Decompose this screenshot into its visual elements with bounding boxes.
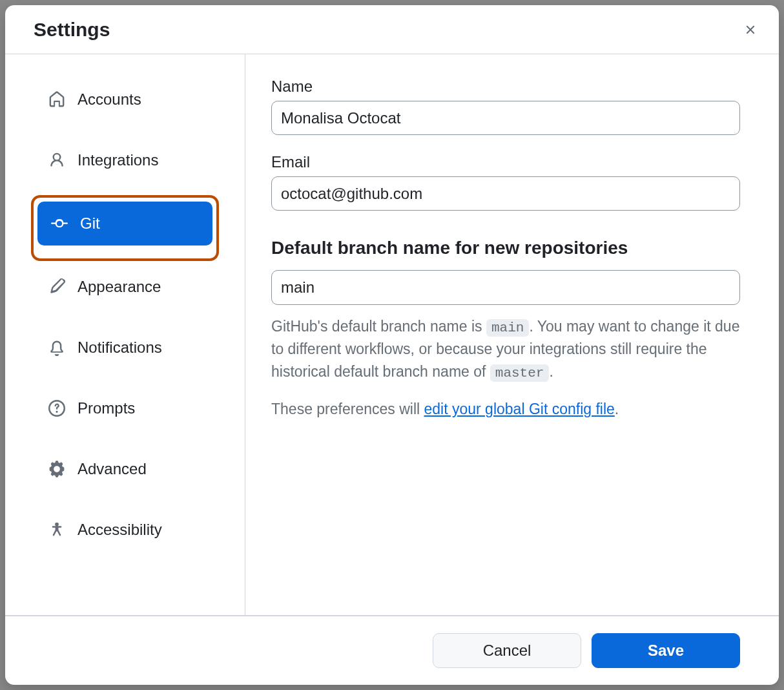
sidebar-item-label: Integrations bbox=[77, 151, 158, 169]
sidebar-item-integrations[interactable]: Integrations bbox=[35, 138, 215, 182]
sidebar: AccountsIntegrationsGitAppearanceNotific… bbox=[5, 54, 245, 615]
code-master: master bbox=[490, 364, 550, 382]
git-config-help: These preferences will edit your global … bbox=[271, 398, 740, 421]
cancel-button[interactable]: Cancel bbox=[433, 633, 581, 668]
edit-git-config-link[interactable]: edit your global Git config file bbox=[424, 401, 615, 417]
close-icon bbox=[743, 23, 758, 37]
bell-icon bbox=[48, 339, 66, 357]
sidebar-item-accounts[interactable]: Accounts bbox=[35, 78, 215, 121]
settings-dialog: Settings AccountsIntegrationsGitAppearan… bbox=[5, 5, 779, 685]
sidebar-item-label: Git bbox=[80, 214, 100, 233]
sidebar-item-accessibility[interactable]: Accessibility bbox=[35, 508, 215, 552]
person-icon bbox=[48, 151, 66, 169]
email-label: Email bbox=[271, 153, 740, 171]
question-icon bbox=[48, 399, 66, 417]
default-branch-input[interactable] bbox=[271, 270, 740, 304]
email-input[interactable] bbox=[271, 176, 740, 211]
home-icon bbox=[48, 90, 66, 109]
dialog-header: Settings bbox=[5, 5, 779, 54]
sidebar-item-label: Prompts bbox=[77, 399, 135, 417]
save-button[interactable]: Save bbox=[592, 633, 740, 668]
git-commit-icon bbox=[50, 214, 68, 233]
sidebar-item-advanced[interactable]: Advanced bbox=[35, 447, 215, 491]
dialog-title: Settings bbox=[34, 19, 110, 41]
sidebar-item-label: Accounts bbox=[77, 90, 141, 109]
sidebar-item-git[interactable]: Git bbox=[37, 202, 212, 246]
sidebar-item-appearance[interactable]: Appearance bbox=[35, 265, 215, 309]
paintbrush-icon bbox=[48, 278, 66, 296]
name-input[interactable] bbox=[271, 101, 740, 135]
name-label: Name bbox=[271, 78, 740, 96]
dialog-footer: Cancel Save bbox=[5, 615, 779, 685]
default-branch-help: GitHub's default branch name is main. Yo… bbox=[271, 315, 740, 384]
default-branch-heading: Default branch name for new repositories bbox=[271, 238, 740, 258]
gear-icon bbox=[48, 460, 66, 478]
sidebar-item-prompts[interactable]: Prompts bbox=[35, 386, 215, 430]
sidebar-item-label: Appearance bbox=[77, 278, 161, 296]
accessibility-icon bbox=[48, 521, 66, 539]
sidebar-item-label: Advanced bbox=[77, 460, 147, 478]
close-button[interactable] bbox=[740, 19, 761, 40]
sidebar-item-label: Accessibility bbox=[77, 521, 162, 539]
git-pane: Name Email Default branch name for new r… bbox=[245, 54, 779, 615]
sidebar-item-label: Notifications bbox=[77, 339, 162, 357]
code-main: main bbox=[486, 319, 529, 337]
sidebar-item-notifications[interactable]: Notifications bbox=[35, 326, 215, 370]
